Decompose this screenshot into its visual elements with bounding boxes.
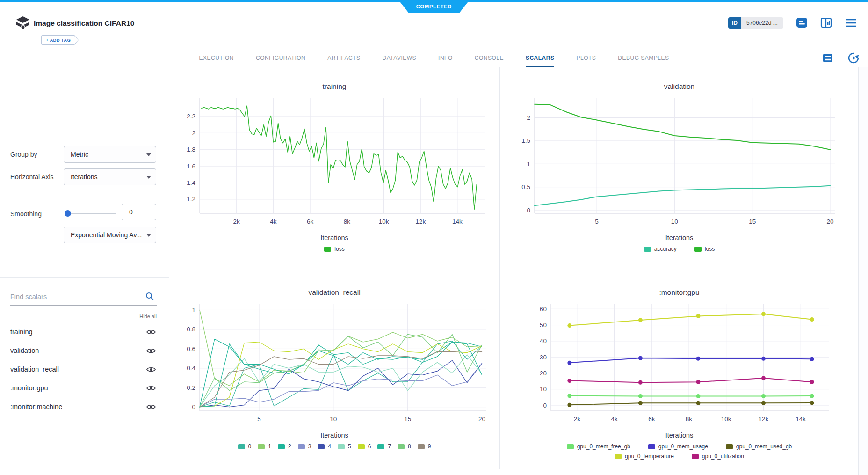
smoothing-slider-thumb[interactable] [65, 210, 71, 217]
chart-title: validation [664, 82, 695, 91]
search-icon[interactable] [145, 292, 154, 301]
legend-item-8[interactable]: 8 [398, 443, 411, 450]
svg-text:50: 50 [539, 322, 546, 329]
tab-plots[interactable]: PLOTS [576, 49, 596, 67]
tab-info[interactable]: INFO [438, 49, 453, 67]
tab-scalars[interactable]: SCALARS [526, 49, 555, 67]
legend-swatch [726, 444, 733, 449]
legend-item-0[interactable]: 0 [238, 443, 252, 450]
group-by-label: Group by [10, 151, 37, 158]
legend-item-2[interactable]: 2 [278, 443, 291, 450]
legend-item-accuracy[interactable]: accuracy [644, 246, 677, 252]
chart-plot-training[interactable]: 2k4k6k8k10k12k14k1.21.41.61.822.2 [171, 94, 498, 232]
chart-plot--monitor-gpu[interactable]: 2k4k6k8k10k12k14k0102030405060 [502, 300, 857, 430]
legend-label: 3 [308, 443, 311, 450]
svg-text:2k: 2k [233, 218, 240, 225]
id-badge[interactable]: ID 5706e22d ... [728, 17, 783, 29]
metric-row-validation[interactable]: validation [0, 341, 169, 360]
metric-row--monitor-gpu[interactable]: :monitor:gpu [0, 379, 169, 397]
hide-all-button[interactable]: Hide all [139, 314, 157, 319]
add-tag-button[interactable]: + ADD TAG [41, 35, 79, 45]
eye-icon[interactable] [146, 404, 156, 410]
smoothing-value-input[interactable] [122, 204, 156, 220]
metric-row-training[interactable]: training [0, 322, 169, 341]
tab-debug-samples[interactable]: DEBUG SAMPLES [618, 49, 669, 67]
smoothing-slider[interactable] [65, 213, 116, 214]
eye-icon[interactable] [146, 366, 156, 373]
horizontal-axis-select[interactable]: Iterations [64, 168, 156, 185]
eye-icon[interactable] [146, 348, 156, 354]
smoothing-algorithm-select[interactable]: Exponential Moving Av... [64, 227, 156, 243]
refresh-icon[interactable] [847, 52, 860, 64]
metric-name: :monitor:machine [10, 403, 146, 410]
page-title: Image classification CIFAR10 [34, 19, 134, 28]
svg-text:10k: 10k [721, 416, 731, 423]
legend-item-loss[interactable]: loss [324, 246, 344, 252]
legend-item-3[interactable]: 3 [298, 443, 311, 450]
legend-item-gpu-0-temperature[interactable]: gpu_0_temperature [615, 453, 674, 460]
scrollbar[interactable] [858, 67, 868, 475]
svg-text:20: 20 [539, 370, 546, 377]
chart-plot-validation[interactable]: 510152000.511.52 [502, 94, 857, 232]
table-view-icon[interactable] [822, 52, 833, 64]
legend-label: 0 [248, 443, 252, 450]
legend-item-4[interactable]: 4 [318, 443, 331, 450]
tab-artifacts[interactable]: ARTIFACTS [327, 49, 360, 67]
menu-icon[interactable] [845, 18, 857, 28]
legend-swatch [278, 444, 285, 449]
legend-item-gpu-0-mem-free-gb[interactable]: gpu_0_mem_free_gb [567, 443, 630, 450]
svg-text:40: 40 [539, 337, 546, 344]
comments-icon[interactable] [796, 17, 808, 29]
eye-icon[interactable] [146, 329, 156, 335]
legend-item-7[interactable]: 7 [377, 443, 391, 450]
legend-swatch [648, 444, 655, 449]
svg-text:4k: 4k [270, 218, 277, 225]
legend-item-gpu-0-mem-used-gb[interactable]: gpu_0_mem_used_gb [726, 443, 792, 450]
svg-text:12k: 12k [758, 416, 768, 423]
metric-row-validation-recall[interactable]: validation_recall [0, 360, 169, 379]
add-tag-label: + ADD TAG [42, 36, 78, 44]
legend-item-6[interactable]: 6 [358, 443, 371, 450]
svg-text:1: 1 [192, 307, 195, 314]
legend-swatch [324, 247, 331, 252]
tab-dataviews[interactable]: DATAVIEWS [383, 49, 417, 67]
svg-text:5: 5 [257, 416, 261, 423]
app-window: COMPLETED Image classification CIFAR10 +… [0, 0, 868, 475]
legend-item-loss[interactable]: loss [694, 246, 715, 252]
scalars-sidebar: Group by Metric Horizontal Axis Iteratio… [0, 67, 169, 475]
legend-item-gpu-0-utilization[interactable]: gpu_0_utilization [692, 453, 744, 460]
chart-xlabel: Iterations [665, 234, 694, 241]
legend-label: 8 [408, 443, 411, 450]
tab-execution[interactable]: EXECUTION [199, 49, 234, 67]
search-underline [10, 305, 157, 306]
chart-xlabel: Iterations [665, 431, 694, 439]
chart-title: validation_recall [308, 288, 360, 297]
legend-item-5[interactable]: 5 [338, 443, 351, 450]
metric-row--monitor-machine[interactable]: :monitor:machine [0, 397, 169, 416]
svg-text:0: 0 [527, 207, 530, 214]
find-scalars-input[interactable]: Find scalars [10, 293, 47, 300]
metric-name: training [10, 328, 146, 336]
bottom-divider [169, 469, 859, 469]
chart-plot-validation-recall[interactable]: 510152000.20.40.60.81 [171, 300, 498, 430]
svg-text:30: 30 [539, 354, 546, 361]
details-panel-icon[interactable] [820, 17, 832, 29]
chart-card-validation-recall: validation_recall 510152000.20.40.60.81 … [169, 278, 499, 469]
tab-console[interactable]: CONSOLE [475, 49, 504, 67]
id-badge-value: 5706e22d ... [741, 17, 783, 29]
legend-item-gpu-0-mem-usage[interactable]: gpu_0_mem_usage [648, 443, 708, 450]
legend-label: 1 [268, 443, 271, 450]
sidebar-divider [0, 195, 169, 195]
legend-label: gpu_0_mem_usage [658, 443, 708, 450]
legend-swatch [418, 444, 425, 449]
legend-label: 5 [348, 443, 351, 450]
tab-configuration[interactable]: CONFIGURATION [256, 49, 305, 67]
group-by-select[interactable]: Metric [64, 146, 156, 163]
legend-swatch [615, 454, 622, 459]
legend-item-9[interactable]: 9 [418, 443, 431, 450]
legend-swatch [694, 247, 702, 252]
legend-item-1[interactable]: 1 [258, 443, 271, 450]
svg-text:1.6: 1.6 [187, 163, 195, 170]
svg-text:2k: 2k [573, 416, 580, 423]
eye-icon[interactable] [146, 385, 156, 391]
